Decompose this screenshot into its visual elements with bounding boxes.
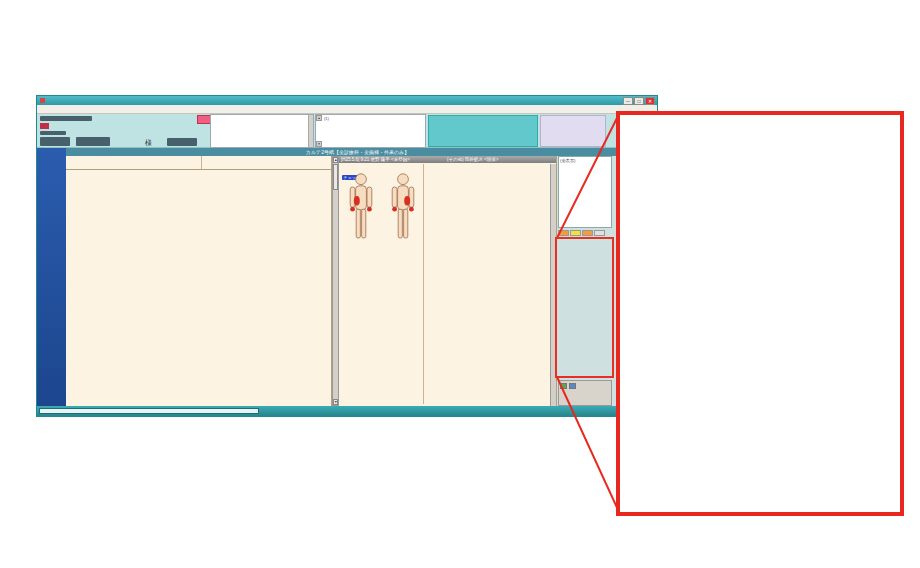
karte-history-pane xyxy=(66,156,332,406)
patient-meta-redacted xyxy=(167,138,197,146)
body-diagrams xyxy=(343,172,421,256)
left-pane-scrollbar[interactable]: ▲ ▼ xyxy=(332,156,339,406)
scroll-up-icon[interactable]: ▲ xyxy=(333,157,338,163)
body-back-figure[interactable] xyxy=(385,172,421,256)
shortcut-panel-zoomed xyxy=(616,111,904,516)
chip-orange[interactable] xyxy=(582,230,593,236)
stamp-icon[interactable] xyxy=(560,383,567,389)
patient-name-suffix: 様 xyxy=(145,138,152,148)
patient-name-redacted xyxy=(76,137,110,146)
history-scrollbar[interactable] xyxy=(308,115,313,147)
summary-row xyxy=(66,156,331,170)
patient-header: 様 ▲ ▼ (1) xyxy=(37,114,657,148)
right-pane-scrollbar[interactable] xyxy=(550,164,556,406)
main-content: カルテ2号紙【全診療科・全病棟・外来のみ】 ▲ ▼ [H25.5.6] 9:21… xyxy=(37,148,657,406)
close-button[interactable]: ✕ xyxy=(645,97,655,105)
karte-current-pane: [H25.5.6] 9:21 佐野 隆平 <未登録> (その他) 院外処方 <国… xyxy=(339,156,557,406)
status-field xyxy=(39,408,259,414)
function-sidebar xyxy=(37,148,66,406)
scroll-up-icon[interactable]: ▲ xyxy=(316,115,322,121)
visit-date-tree: (全表示) xyxy=(558,156,612,228)
chip-orange[interactable] xyxy=(558,230,569,236)
scroll-down-icon[interactable]: ▼ xyxy=(333,399,338,405)
patient-kana-redacted xyxy=(40,131,66,135)
body-front-figure[interactable] xyxy=(343,172,379,256)
tree-header: (全表示) xyxy=(560,158,610,164)
diagnosis-history-list xyxy=(210,114,314,148)
maximize-button[interactable]: □ xyxy=(634,97,644,105)
do-panel xyxy=(558,380,612,406)
chip-yellow[interactable] xyxy=(570,230,581,236)
window-titlebar: ─ □ ✕ xyxy=(37,96,657,105)
karte-title-bar: カルテ2号紙【全診療科・全病棟・外来のみ】 xyxy=(66,148,649,156)
app-icon xyxy=(40,98,45,103)
patient-flag-icon xyxy=(40,123,49,129)
category-chips xyxy=(558,230,605,236)
right-column: (全表示) xyxy=(558,156,614,406)
menu-bar xyxy=(37,105,657,114)
memo-count-label: (1) xyxy=(324,116,329,121)
emr-app-window: ─ □ ✕ 様 ▲ ▼ (1) カルテ2号紙【全診療科・全病棟・外来のみ】 xyxy=(36,95,658,417)
info-panel-teal xyxy=(428,115,538,147)
scroll-thumb[interactable] xyxy=(333,164,338,190)
minimize-button[interactable]: ─ xyxy=(623,97,633,105)
scroll-down-icon[interactable]: ▼ xyxy=(316,141,322,147)
memo-box: ▲ ▼ (1) xyxy=(315,114,426,148)
patient-id-redacted xyxy=(40,116,92,121)
entry-header: [H25.5.6] 9:21 佐野 隆平 <未登録> (その他) 院外処方 <国… xyxy=(339,156,556,163)
status-bar xyxy=(37,406,657,416)
chip-gray[interactable] xyxy=(594,230,605,236)
info-panel-lavender xyxy=(540,115,606,147)
patient-name-redacted xyxy=(40,137,70,146)
folder-icon[interactable] xyxy=(569,383,576,389)
